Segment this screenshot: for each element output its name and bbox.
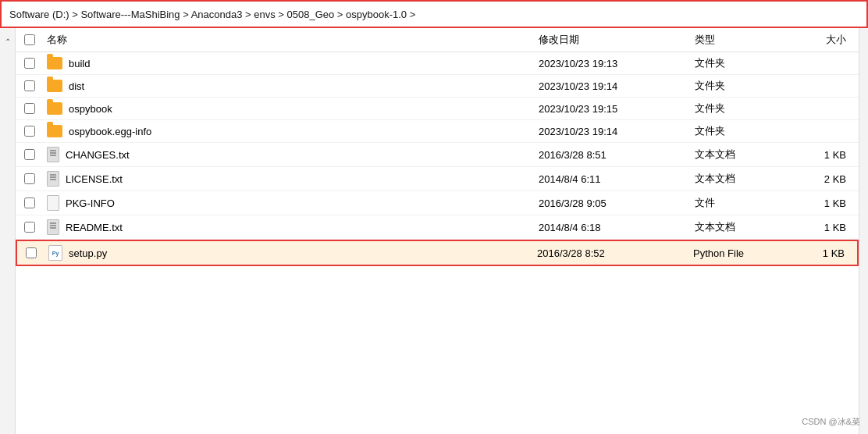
row-size: 2 KB [796,173,859,185]
table-row[interactable]: ospybook2023/10/23 19:15文件夹 [16,98,859,120]
row-checkbox[interactable] [24,173,35,184]
table-row[interactable]: CHANGES.txt2016/3/28 8:51文本文档1 KB [16,143,859,167]
row-checkbox[interactable] [24,149,35,160]
header-date: 修改日期 [539,33,695,47]
row-type: 文本文档 [695,172,796,186]
file-rows-container: build2023/10/23 19:13文件夹dist2023/10/23 1… [16,52,859,266]
file-name-label: dist [69,80,84,92]
row-type: 文本文档 [695,148,796,162]
row-name: build [44,57,539,69]
header-type: 类型 [695,33,796,47]
row-checkbox-cell [16,197,44,208]
row-size: 1 KB [796,222,859,233]
left-sidebar: ⌃ [0,28,16,434]
row-date: 2016/3/28 8:52 [537,247,693,259]
row-checkbox-cell [16,103,44,114]
table-row[interactable]: Pysetup.py2016/3/28 8:52Python File1 KB [16,240,859,266]
row-name: dist [44,80,539,92]
row-checkbox-cell [16,58,44,69]
row-checkbox-cell [16,222,44,233]
row-name: LICENSE.txt [44,171,539,187]
row-name: ospybook.egg-info [44,125,539,137]
row-date: 2014/8/4 6:11 [539,173,695,185]
folder-icon [47,57,62,69]
row-checkbox[interactable] [24,222,35,233]
header-size: 大小 [796,33,859,47]
generic-file-icon [47,195,59,211]
folder-icon [47,102,62,115]
row-size: 1 KB [796,149,859,161]
row-date: 2023/10/23 19:14 [539,80,695,92]
text-file-icon [47,147,59,162]
text-file-icon [47,219,59,235]
row-type: Python File [693,247,795,259]
file-list-area: 名称 修改日期 类型 大小 build2023/10/23 19:13文件夹di… [16,28,859,434]
row-checkbox-cell [16,149,44,160]
table-row[interactable]: dist2023/10/23 19:14文件夹 [16,75,859,98]
row-checkbox[interactable] [24,80,35,91]
breadcrumb-text: Software (D:) > Software---MaShiBing > A… [9,9,415,20]
text-file-icon [47,171,59,187]
row-checkbox[interactable] [24,58,35,69]
folder-icon [47,80,62,92]
row-date: 2023/10/23 19:15 [539,103,695,115]
file-name-label: LICENSE.txt [66,173,123,185]
file-name-label: README.txt [66,222,123,233]
row-type: 文本文档 [695,220,796,234]
table-row[interactable]: README.txt2014/8/4 6:18文本文档1 KB [16,215,859,240]
watermark: CSDN @冰&菜 [802,416,860,428]
row-name: Pysetup.py [45,245,537,261]
row-type: 文件 [695,196,796,210]
expand-arrow-icon[interactable]: ⌃ [5,37,11,46]
python-file-icon: Py [48,245,62,261]
main-container: ⌃ 名称 修改日期 类型 大小 build2023/10/23 19:13文件夹… [0,28,868,434]
table-row[interactable]: LICENSE.txt2014/8/4 6:11文本文档2 KB [16,167,859,191]
file-name-label: ospybook [69,103,112,115]
select-all-checkbox[interactable] [24,34,35,45]
row-date: 2023/10/23 19:14 [539,126,695,137]
row-type: 文件夹 [695,56,796,70]
table-row[interactable]: build2023/10/23 19:13文件夹 [16,52,859,75]
row-type: 文件夹 [695,79,796,93]
header-checkbox[interactable] [16,34,44,45]
row-name: CHANGES.txt [44,147,539,162]
row-checkbox-cell [16,80,44,91]
row-checkbox-cell [16,173,44,184]
row-date: 2016/3/28 9:05 [539,197,695,209]
row-size: 1 KB [795,247,857,259]
row-name: ospybook [44,102,539,115]
file-name-label: setup.py [69,247,107,259]
row-checkbox[interactable] [26,247,37,258]
row-checkbox-cell [17,247,45,258]
row-type: 文件夹 [695,124,796,138]
row-checkbox[interactable] [24,103,35,114]
scrollbar[interactable] [859,28,868,434]
row-date: 2016/3/28 8:51 [539,149,695,161]
row-name: README.txt [44,219,539,235]
file-name-label: CHANGES.txt [66,149,130,161]
table-row[interactable]: PKG-INFO2016/3/28 9:05文件1 KB [16,191,859,215]
file-name-label: PKG-INFO [66,197,115,209]
row-type: 文件夹 [695,101,796,116]
row-date: 2023/10/23 19:13 [539,58,695,69]
file-name-label: ospybook.egg-info [69,126,151,137]
folder-icon [47,125,62,137]
row-size: 1 KB [796,197,859,209]
row-checkbox[interactable] [24,197,35,208]
row-name: PKG-INFO [44,195,539,211]
file-name-label: build [69,58,90,69]
row-checkbox[interactable] [24,126,35,137]
row-date: 2014/8/4 6:18 [539,222,695,233]
column-headers: 名称 修改日期 类型 大小 [16,28,859,52]
row-checkbox-cell [16,126,44,137]
table-row[interactable]: ospybook.egg-info2023/10/23 19:14文件夹 [16,120,859,143]
breadcrumb: Software (D:) > Software---MaShiBing > A… [0,0,868,28]
header-name: 名称 [44,33,539,47]
